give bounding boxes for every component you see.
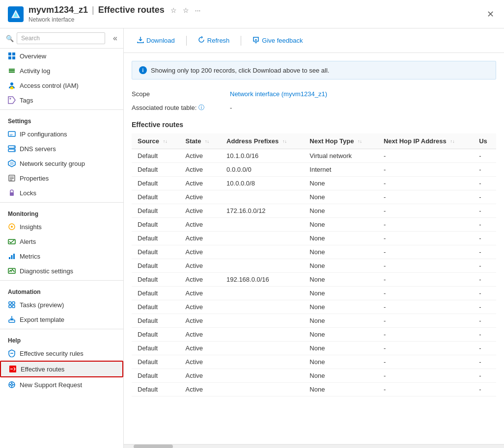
sidebar-item-tags[interactable]: Tags (0, 93, 123, 107)
cell-source: Default (132, 342, 180, 355)
table-row: DefaultActiveNone-- (132, 232, 496, 245)
cell-hop-type: None (304, 245, 378, 259)
sidebar-item-tasks[interactable]: Tasks (preview) (0, 297, 123, 312)
cell-hop-ip: - (378, 342, 473, 355)
toolbar-separator-2 (241, 36, 241, 46)
sidebar-item-properties[interactable]: Properties (0, 171, 123, 185)
sidebar-item-overview[interactable]: Overview (0, 49, 123, 63)
svg-rect-2 (8, 56, 11, 59)
cell-source: Default (132, 259, 180, 273)
sidebar-item-label: Tasks (preview) (20, 301, 64, 309)
svg-rect-31 (9, 302, 11, 304)
assoc-value: - (230, 104, 232, 111)
cell-us: - (473, 369, 496, 383)
star-filled-icon[interactable]: ☆ (183, 6, 189, 14)
svg-rect-21 (10, 178, 14, 179)
cell-us: - (473, 232, 496, 245)
download-button[interactable]: Download (132, 33, 180, 48)
cell-address: 192.168.0.0/16 (221, 273, 304, 287)
sort-source-icon[interactable]: ↑↓ (163, 139, 168, 144)
cell-source: Default (132, 369, 180, 383)
cell-hop-ip: - (378, 314, 473, 328)
more-options-icon[interactable]: ··· (195, 6, 201, 14)
sidebar-item-metrics[interactable]: Metrics (0, 249, 123, 264)
cell-hop-type: None (304, 328, 378, 342)
sort-state-icon[interactable]: ↑↓ (205, 139, 209, 144)
svg-rect-1 (12, 53, 15, 55)
routes-icon (9, 365, 17, 373)
cell-us: - (473, 300, 496, 314)
refresh-button[interactable]: Refresh (193, 33, 235, 48)
content-body: i Showing only top 200 records, click Do… (124, 53, 504, 444)
star-outline-icon[interactable]: ☆ (170, 6, 177, 14)
sidebar-item-support[interactable]: New Support Request (0, 377, 123, 392)
cell-state: Active (180, 342, 221, 355)
cell-address (221, 218, 304, 232)
svg-rect-28 (11, 255, 13, 259)
svg-rect-0 (8, 53, 11, 55)
cell-hop-type: None (304, 369, 378, 383)
svg-rect-23 (10, 192, 14, 196)
cell-state: Active (180, 232, 221, 245)
sidebar-item-activity-log[interactable]: Activity log (0, 63, 123, 78)
activity-icon (8, 67, 16, 75)
cell-state: Active (180, 314, 221, 328)
table-row: DefaultActive172.16.0.0/12None-- (132, 204, 496, 218)
cell-hop-ip: - (378, 259, 473, 273)
cell-source: Default (132, 163, 180, 177)
cell-source: Default (132, 273, 180, 287)
sidebar-item-diagnostic[interactable]: Diagnostic settings (0, 264, 123, 278)
sidebar-item-dns[interactable]: DNS servers (0, 141, 123, 156)
cell-hop-type: None (304, 314, 378, 328)
help-section-header: Help (0, 331, 123, 346)
table-row: DefaultActiveNone-- (132, 314, 496, 328)
sidebar-item-label: Overview (20, 53, 46, 60)
feedback-label: Give feedback (262, 37, 303, 44)
cell-hop-type: None (304, 342, 378, 355)
sort-hop-ip-icon[interactable]: ↑↓ (450, 139, 454, 144)
cell-us: - (473, 177, 496, 190)
cell-hop-ip: - (378, 149, 473, 163)
sidebar-item-security-rules[interactable]: Effective security rules (0, 346, 123, 361)
cell-hop-type: None (304, 300, 378, 314)
svg-rect-32 (12, 302, 15, 304)
cell-source: Default (132, 218, 180, 232)
svg-text:IP: IP (10, 133, 13, 136)
download-label: Download (146, 37, 175, 44)
export-icon (8, 316, 16, 323)
scrollbar-thumb[interactable] (134, 445, 173, 448)
sidebar-item-ip-config[interactable]: IP IP configurations (0, 127, 123, 141)
horizontal-scrollbar[interactable] (124, 444, 504, 448)
cell-us: - (473, 287, 496, 300)
table-row: DefaultActive10.1.0.0/16Virtual network-… (132, 149, 496, 163)
sidebar-item-label: Effective security rules (20, 350, 84, 357)
sidebar-item-export[interactable]: Export template (0, 312, 123, 327)
ip-icon: IP (8, 130, 16, 138)
search-box: 🔍 « (0, 28, 123, 49)
toolbar: Download Refresh Give feedback (124, 28, 504, 53)
sidebar-item-label: Export template (20, 316, 64, 323)
sidebar-item-alerts[interactable]: Alerts (0, 234, 123, 249)
feedback-button[interactable]: Give feedback (247, 33, 308, 48)
sidebar-item-iam[interactable]: Access control (IAM) (0, 78, 123, 93)
sort-address-icon[interactable]: ↑↓ (282, 139, 287, 144)
sidebar-item-effective-routes[interactable]: Effective routes (0, 361, 123, 377)
sidebar-item-label: New Support Request (20, 381, 82, 389)
sidebar-item-nsg[interactable]: Network security group (0, 156, 123, 171)
sidebar-item-insights[interactable]: Insights (0, 219, 123, 234)
table-row: DefaultActiveNone-- (132, 218, 496, 232)
cell-state: Active (180, 163, 221, 177)
sidebar-item-locks[interactable]: Locks (0, 185, 123, 200)
effective-routes-title: Effective routes (132, 121, 496, 129)
cell-state: Active (180, 383, 221, 396)
cell-state: Active (180, 328, 221, 342)
sidebar-item-label: Metrics (20, 253, 40, 260)
table-row: DefaultActiveNone-- (132, 383, 496, 396)
sidebar-item-label: Activity log (20, 67, 50, 75)
cell-address: 0.0.0.0/0 (221, 163, 304, 177)
svg-point-7 (10, 82, 13, 85)
close-button[interactable]: ✕ (485, 7, 496, 22)
collapse-sidebar-button[interactable]: « (113, 34, 117, 43)
sort-hop-type-icon[interactable]: ↑↓ (358, 139, 362, 144)
search-input[interactable] (17, 32, 105, 44)
